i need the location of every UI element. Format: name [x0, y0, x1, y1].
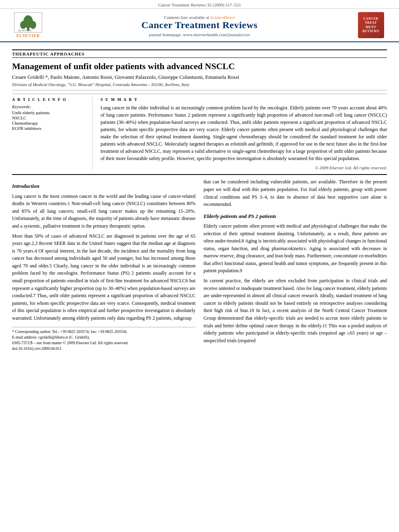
article-info-column: A R T I C L E I N F O Keywords: Unfit el…: [12, 97, 93, 170]
article-meta-row: A R T I C L E I N F O Keywords: Unfit el…: [12, 94, 387, 170]
intro-para-1: Lung cancer is the most common cancer in…: [12, 193, 195, 230]
summary-text: Lung cancer in the older individual is a…: [101, 104, 387, 162]
keywords-label: Keywords:: [12, 104, 86, 109]
journal-header: ELSEVIER ELSEVIER Contents lists availab…: [0, 9, 399, 42]
article-title: Management of unfit older patients with …: [12, 61, 387, 72]
svg-text:ELSEVIER: ELSEVIER: [18, 29, 31, 32]
keyword-2: NSCLC: [12, 115, 86, 120]
elsevier-logo-left: ELSEVIER ELSEVIER: [12, 12, 44, 38]
footnote-3: 0305-7372/$ – see front matter © 2009 El…: [12, 340, 195, 346]
copyright: © 2009 Elsevier Ltd. All rights reserved…: [101, 165, 387, 170]
summary-heading: S U M M A R Y: [101, 97, 387, 102]
section2-heading: Elderly patients and PS 2 patients: [204, 212, 387, 220]
body-columns: Introduction Lung cancer is the most com…: [12, 178, 387, 351]
body-left-column: Introduction Lung cancer is the most com…: [12, 178, 195, 351]
authors-line: Cesare Gridelli *, Paolo Maione, Antonio…: [12, 74, 387, 80]
keyword-3: Chemotherapy: [12, 121, 86, 125]
section2-para-1: Elderly cancer patients often present wi…: [204, 222, 387, 275]
intro-para-2: More than 50% of cases of advanced NSCLC…: [12, 232, 195, 322]
divider-1: [12, 90, 387, 90]
svg-point-3: [30, 21, 36, 29]
journal-brand-logo: cancer treat ment reviews: [358, 12, 384, 38]
journal-reference: Cancer Treatment Reviews 35 (2009) 517–5…: [0, 0, 399, 9]
footnotes: * Corresponding author. Tel.: +39 0825 2…: [12, 327, 195, 351]
section2-para-2: In current practice, the elderly are oft…: [204, 277, 387, 344]
svg-point-2: [20, 21, 27, 29]
keyword-4: EGFR inhibitors: [12, 126, 86, 131]
summary-column: S U M M A R Y Lung cancer in the older i…: [101, 97, 387, 170]
journal-homepage: journal homepage: www.elsevierhealth.com…: [44, 32, 355, 37]
footnote-4: doi:10.1016/j.ctrv.2009.04.011: [12, 346, 195, 351]
article-content: THERAPEUTIC APPROACHES Management of unf…: [0, 42, 399, 359]
sciencedirect-link[interactable]: ScienceDirect: [210, 15, 235, 20]
body-divider: [12, 174, 387, 175]
right-intro-para-1: that can be considered including vulnera…: [204, 178, 387, 208]
footnote-1: * Corresponding author. Tel.: +39 0825 2…: [12, 329, 195, 335]
body-right-column: that can be considered including vulnera…: [204, 178, 387, 351]
journal-main-title: Cancer Treatment Reviews: [44, 20, 355, 31]
keyword-1: Unfit elderly patients: [12, 110, 86, 115]
contents-available: Contents lists available at ScienceDirec…: [44, 15, 355, 20]
affiliation: Division of Medical Oncology, "S.G. Mosc…: [12, 82, 387, 87]
keywords-list: Unfit elderly patients NSCLC Chemotherap…: [12, 110, 86, 131]
elsevier-tree-icon: ELSEVIER: [14, 12, 42, 33]
section-label: THERAPEUTIC APPROACHES: [12, 49, 387, 58]
journal-title-center: Contents lists available at ScienceDirec…: [44, 13, 355, 37]
article-info-heading: A R T I C L E I N F O: [12, 97, 86, 102]
journal-logo-right: cancer treat ment reviews: [355, 12, 387, 38]
footnote-2: E-mail address: cgridelli@libero.it (C. …: [12, 335, 195, 340]
introduction-heading: Introduction: [12, 182, 195, 190]
elsevier-label: ELSEVIER: [16, 33, 40, 38]
